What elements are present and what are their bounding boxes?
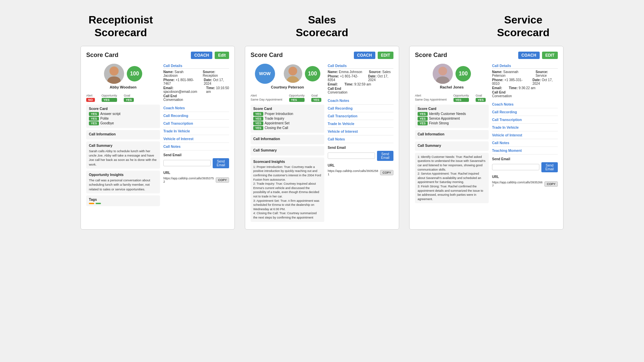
sales-copy-button[interactable]: COPY (380, 170, 393, 175)
service-right-panel: Call Details Name: Savannah Peterson Sou… (492, 64, 558, 205)
sales-coach-notes-link[interactable]: Coach Notes (328, 97, 393, 105)
sales-avatar: WOW (255, 64, 275, 84)
service-send-email-button[interactable]: Send Email (541, 162, 558, 172)
service-teaching-moment-link[interactable]: Teaching Moment (492, 147, 558, 155)
sales-scorecard-section: Score Card YES Proper Introduction YES T… (251, 105, 324, 133)
service-call-notes-link[interactable]: Call Notes (492, 139, 558, 147)
sales-vehicle-of-interest-link[interactable]: Vehicle of Interest (328, 128, 393, 135)
sales-call-notes-link[interactable]: Call Notes (328, 135, 393, 143)
tag-item[interactable] (96, 203, 101, 204)
sales-card-body: WOW 100 Courtney Peterson (251, 64, 393, 224)
sales-coach-button[interactable]: COACH (354, 52, 375, 59)
sales-send-email-button[interactable]: Send Email (377, 151, 393, 161)
sales-send-email-label: Send Email (328, 146, 393, 149)
receptionist-call-info[interactable]: Call Information (86, 130, 160, 139)
sales-avatar-photo (284, 64, 302, 83)
url-value: https://app.calldrip.com/calls/39353752 (163, 177, 214, 183)
service-scorecard: Score Card COACH EDIT (409, 46, 564, 230)
service-send-email-block: Send Email Send Email (492, 157, 558, 172)
service-coach-notes-link[interactable]: Coach Notes (492, 101, 558, 108)
receptionist-scorecard: Score Card COACH EdIt (80, 46, 235, 230)
sales-card-title: Score Card (251, 52, 283, 59)
sales-agent-name: Courtney Peterson (271, 85, 304, 89)
receptionist-profile: 100 Abby Woodsen (86, 64, 160, 91)
sales-call-transcription-link[interactable]: Call Transcription (328, 112, 393, 120)
call-details-title: Call Details (163, 64, 229, 69)
call-notes-link[interactable]: Call Notes (163, 143, 229, 150)
sales-send-email-block: Send Email Send Email (328, 146, 393, 161)
service-profile: 100 Rachel Jones (415, 64, 489, 91)
service-call-details-block: Call Details Name: Savannah Peterson Sou… (492, 64, 558, 98)
sales-send-email-input[interactable] (328, 153, 375, 159)
receptionist-avatar (104, 64, 124, 84)
service-call-info[interactable]: Call Information (415, 130, 489, 139)
service-trade-in-link[interactable]: Trade In Vehicle (492, 124, 558, 131)
receptionist-right-panel: Call Details Name: Sarah Jacobson Source… (163, 64, 229, 208)
service-url-block: URL https://app.calldrip.com/calls/39352… (492, 175, 558, 187)
goal-badge: YES (124, 98, 134, 102)
sales-trade-in-link[interactable]: Trade In Vehicle (328, 120, 393, 128)
send-email-block: Send Email Send Email (163, 153, 229, 168)
service-avatar (433, 64, 453, 84)
sales-call-info[interactable]: Call Information (251, 135, 324, 144)
call-recording-link[interactable]: Call Recording (163, 112, 229, 120)
sales-scorecard-insights: Scorecard Insights 1: Proper Introductio… (251, 158, 324, 222)
goal-label: Goal (124, 94, 134, 97)
receptionist-edit-button[interactable]: EdIt (215, 52, 229, 59)
opportunity-badge: YES (102, 98, 117, 102)
title-receptionist: ReceptionistScorecard (21, 13, 220, 39)
sales-call-details-block: Call Details Name: Emma Johnson Source: … (328, 64, 393, 94)
receptionist-left-panel: 100 Abby Woodsen Alert NO Opportunity YE… (86, 64, 160, 208)
service-edit-button[interactable]: EDIT (542, 52, 558, 59)
receptionist-coach-button[interactable]: COACH (191, 52, 212, 59)
sales-score: 100 (305, 66, 320, 81)
service-agent-name: Rachel Jones (440, 85, 464, 89)
service-vehicle-of-interest-link[interactable]: Vehicle of Interest (492, 131, 558, 139)
service-score: 100 (455, 66, 471, 81)
alert-label: Alert (86, 94, 95, 97)
receptionist-call-details-block: Call Details Name: Sarah Jacobson Source… (163, 64, 229, 102)
svg-point-4 (288, 67, 297, 75)
service-insights: 1: Identify Customer Needs: True: Rachel… (415, 153, 489, 203)
cards-row: Score Card COACH EdIt (20, 46, 624, 230)
service-call-transcription-link[interactable]: Call Transcription (492, 116, 558, 124)
svg-point-3 (286, 76, 300, 83)
card-header-service: Score Card COACH EDIT (415, 52, 558, 59)
sales-call-summary[interactable]: Call Summary (251, 146, 324, 156)
vehicle-of-interest-link[interactable]: Vehicle of Interest (163, 135, 229, 143)
service-coach-button[interactable]: COACH (518, 52, 540, 59)
card-header-receptionist: Score Card COACH EdIt (86, 52, 229, 59)
title-service: ServiceScorecard (424, 13, 623, 39)
service-card-title: Score Card (415, 52, 447, 59)
trade-in-link[interactable]: Trade In Vehicle (163, 127, 229, 135)
receptionist-card-title: Score Card (86, 52, 118, 59)
receptionist-opportunity-insights: Opportunity Insights The call was a pers… (86, 171, 160, 193)
service-scorecard-section: Score Card YES Identify Customer Needs Y… (415, 105, 489, 128)
service-send-email-label: Send Email (492, 157, 558, 161)
coach-notes-link[interactable]: Coach Notes (163, 104, 229, 112)
opportunity-label: Opportunity (102, 94, 117, 97)
sales-profile: WOW 100 Courtney Peterson (251, 64, 324, 91)
call-transcription-link[interactable]: Call Transcription (163, 120, 229, 127)
receptionist-tags: Tags (86, 195, 160, 206)
sales-left-panel: WOW 100 Courtney Peterson (251, 64, 324, 224)
sales-call-details-title: Call Details (328, 64, 393, 69)
service-send-email-input[interactable] (492, 164, 539, 170)
copy-button[interactable]: COPY (216, 177, 229, 183)
sales-url-block: URL https://app.calldrip.com/calls/39352… (328, 164, 393, 176)
checklist-item: YES Answer script (89, 112, 157, 116)
sales-edit-button[interactable]: EDIT (378, 52, 393, 59)
sales-call-recording-link[interactable]: Call Recording (328, 105, 393, 112)
receptionist-scorecard-section: Score Card YES Answer script YES Polite … (86, 105, 160, 128)
send-email-input[interactable] (163, 160, 211, 166)
service-copy-button[interactable]: COPY (544, 181, 558, 187)
checklist-item: YES Goodbye (89, 121, 157, 125)
alert-badge: NO (86, 98, 95, 102)
service-call-summary[interactable]: Call Summary (415, 141, 489, 151)
send-email-label: Send Email (163, 153, 229, 157)
tag-item[interactable] (89, 203, 94, 204)
send-email-button[interactable]: Send Email (213, 158, 229, 168)
svg-point-2 (110, 67, 118, 75)
receptionist-call-summary: Call Summary Sarah calls Abby to schedul… (86, 141, 160, 169)
service-call-recording-link[interactable]: Call Recording (492, 108, 558, 116)
